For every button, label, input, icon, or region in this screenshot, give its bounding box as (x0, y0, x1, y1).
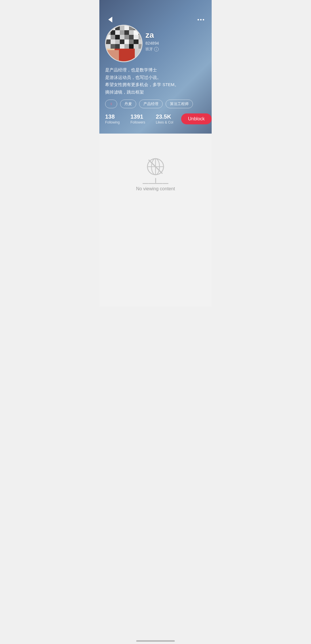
svg-rect-31 (124, 39, 129, 44)
svg-rect-41 (134, 44, 139, 49)
location-row: 班牙 i (145, 47, 159, 52)
bio-line-4: 摘掉滤镜，跳出框架 (105, 88, 206, 96)
avatar-area: za 824894 班牙 i (99, 25, 212, 62)
svg-rect-13 (115, 30, 120, 35)
stat-following[interactable]: 138 Following (105, 114, 125, 124)
no-content-icon (143, 157, 168, 184)
svg-rect-42 (139, 44, 143, 49)
tags-area: ♀ 丹麦 产品经理 算法工程师 (99, 96, 212, 108)
profile-page: za 824894 班牙 i 是产品经理，也是数学博士 是游泳运动员，也写过小说… (99, 0, 212, 306)
bio-line-2: 是游泳运动员，也写过小说。 (105, 74, 206, 81)
svg-rect-10 (139, 26, 143, 30)
svg-rect-40 (129, 44, 134, 49)
stand-pole (155, 178, 156, 183)
svg-rect-32 (129, 39, 134, 44)
back-icon (108, 17, 112, 22)
svg-rect-16 (129, 30, 134, 35)
svg-rect-26 (139, 35, 143, 39)
stand-base (148, 183, 163, 184)
svg-rect-12 (111, 30, 115, 35)
svg-rect-30 (120, 39, 124, 44)
svg-rect-7 (124, 26, 129, 30)
stats-actions: Unblock (181, 113, 212, 125)
info-icon[interactable]: i (154, 47, 159, 52)
back-button[interactable] (105, 14, 115, 25)
no-content-text: No viewing content (136, 186, 175, 191)
avatar[interactable] (105, 25, 143, 62)
svg-rect-8 (129, 26, 134, 30)
stand (143, 178, 168, 184)
svg-rect-3 (106, 26, 111, 30)
svg-rect-27 (106, 39, 111, 44)
content-area: No viewing content (99, 134, 212, 306)
svg-rect-5 (115, 26, 120, 30)
profile-section: za 824894 班牙 i 是产品经理，也是数学博士 是游泳运动员，也写过小说… (99, 0, 212, 134)
more-button[interactable] (196, 14, 206, 25)
svg-rect-21 (115, 35, 120, 39)
svg-rect-34 (139, 39, 143, 44)
svg-rect-14 (120, 30, 124, 35)
followers-count: 1391 (130, 114, 143, 119)
top-bar (99, 0, 212, 28)
svg-rect-36 (111, 44, 115, 49)
svg-rect-23 (124, 35, 129, 39)
unblock-button[interactable]: Unblock (181, 113, 212, 124)
svg-rect-39 (124, 44, 129, 49)
likes-count: 23.5K (156, 114, 171, 119)
svg-rect-11 (106, 30, 111, 35)
user-name-area: za 824894 班牙 i (145, 31, 159, 52)
stats-row: 138 Following 1391 Followers 23.5K Likes… (99, 108, 212, 125)
svg-rect-35 (106, 44, 111, 49)
bio-line-3: 希望女性拥有更多机会，多学 STEM。 (105, 81, 206, 88)
svg-rect-9 (134, 26, 139, 30)
svg-rect-15 (124, 30, 129, 35)
tag-label: 丹麦 (124, 101, 132, 107)
following-count: 138 (105, 114, 115, 119)
svg-rect-25 (134, 35, 139, 39)
followers-label: Followers (130, 120, 145, 124)
user-id: 824894 (145, 41, 159, 45)
svg-rect-6 (120, 26, 124, 30)
bio-area: 是产品经理，也是数学博士 是游泳运动员，也写过小说。 希望女性拥有更多机会，多学… (99, 62, 212, 96)
svg-rect-18 (139, 30, 143, 35)
location-text: 班牙 (145, 47, 153, 52)
tag-label: 产品经理 (143, 101, 158, 107)
dot-1 (198, 19, 199, 20)
tag-female[interactable]: ♀ (105, 100, 117, 108)
svg-rect-29 (115, 39, 120, 44)
svg-rect-19 (106, 35, 111, 39)
svg-rect-22 (120, 35, 124, 39)
dot-2 (200, 19, 202, 20)
svg-rect-38 (120, 44, 124, 49)
svg-rect-24 (129, 35, 134, 39)
stat-likes[interactable]: 23.5K Likes & Col (156, 114, 176, 124)
tag-algorithm[interactable]: 算法工程师 (166, 100, 193, 108)
tag-label: 算法工程师 (170, 101, 189, 107)
dot-3 (203, 19, 204, 20)
username: za (145, 31, 159, 40)
bio-line-1: 是产品经理，也是数学博士 (105, 66, 206, 74)
svg-rect-20 (111, 35, 115, 39)
svg-rect-33 (134, 39, 139, 44)
female-icon: ♀ (109, 101, 113, 107)
svg-rect-17 (134, 30, 139, 35)
likes-label: Likes & Col (156, 120, 173, 124)
svg-rect-37 (115, 44, 120, 49)
stat-followers[interactable]: 1391 Followers (130, 114, 151, 124)
tag-product[interactable]: 产品经理 (139, 100, 163, 108)
svg-rect-4 (111, 26, 115, 30)
svg-rect-28 (111, 39, 115, 44)
following-label: Following (105, 120, 120, 124)
tag-danmai[interactable]: 丹麦 (120, 100, 136, 108)
svg-rect-45 (106, 50, 119, 62)
